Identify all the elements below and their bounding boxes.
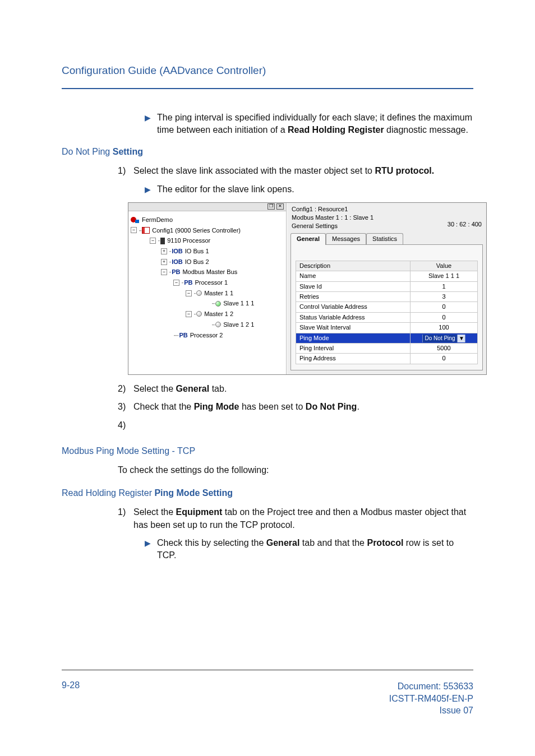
- tab-statistics[interactable]: Statistics: [366, 233, 403, 244]
- cell-value[interactable]: Slave 1 1 1: [411, 271, 478, 281]
- page-footer: 9-28 Document: 553633 ICSTT-RM405f-EN-P …: [62, 670, 473, 717]
- tree-master-1-2[interactable]: −··· Master 1 2: [131, 309, 284, 319]
- tree-iob2[interactable]: +··· IOBIO Bus 2: [131, 257, 284, 267]
- heading-do-not-ping: Do Not Ping Setting: [62, 146, 473, 158]
- collapse-icon[interactable]: −: [131, 227, 137, 233]
- step3-1-sub: ▶ Check this by selecting the General ta…: [145, 537, 473, 562]
- table-row[interactable]: NameSlave 1 1 1: [296, 271, 478, 281]
- heading-read-holding-register: Read Holding Register Ping Mode Setting: [62, 487, 473, 499]
- cell-description: Slave Wait Interval: [296, 323, 411, 333]
- node-icon: [215, 301, 221, 307]
- counter-label: 30 : 62 : 400: [448, 220, 482, 230]
- node-icon: [196, 290, 202, 296]
- cell-value[interactable]: 100: [411, 323, 478, 333]
- doc-number: Document: 553633: [389, 680, 473, 693]
- table-row[interactable]: Slave Wait Interval100: [296, 323, 478, 333]
- cell-description: Name: [296, 271, 411, 281]
- svg-rect-1: [135, 220, 139, 223]
- close-icon[interactable]: ✕: [276, 203, 284, 210]
- module-icon: [160, 238, 165, 244]
- cell-description: Ping Address: [296, 354, 411, 364]
- doc-code: ICSTT-RM405f-EN-P: [389, 693, 473, 705]
- cell-description: Retries: [296, 292, 411, 302]
- step-2: 2) Select the General tab.: [118, 383, 473, 395]
- expand-icon[interactable]: +: [161, 248, 167, 254]
- collapse-icon[interactable]: −: [150, 238, 156, 244]
- arrow-icon: ▶: [145, 113, 157, 137]
- tree-processor1[interactable]: −··· PBProcessor 1: [131, 277, 284, 288]
- embedded-screenshot: ❐ ✕ FermDemo −···· Conf: [128, 202, 487, 375]
- step-1: 1) Select the slave link associated with…: [118, 165, 473, 177]
- step-3: 3) Check that the Ping Mode has been set…: [118, 401, 473, 413]
- cell-description: Slave Id: [296, 281, 411, 291]
- heading-modbus-tcp: Modbus Ping Mode Setting - TCP: [62, 445, 473, 457]
- collapse-icon[interactable]: −: [173, 280, 179, 286]
- page-title: Configuration Guide (AADvance Controller…: [62, 64, 473, 77]
- tab-messages[interactable]: Messages: [326, 233, 366, 244]
- col-value: Value: [411, 261, 478, 271]
- col-description: Description: [296, 261, 411, 271]
- chevron-down-icon[interactable]: ▼: [457, 335, 465, 342]
- table-row[interactable]: Ping ModeDo Not Ping▼: [296, 333, 478, 343]
- cell-value[interactable]: 0: [411, 354, 478, 364]
- project-icon: [131, 215, 140, 224]
- cell-value[interactable]: 1: [411, 281, 478, 291]
- step-4: 4): [118, 419, 473, 432]
- tree-panel: ❐ ✕ FermDemo −···· Conf: [128, 203, 287, 374]
- tree-processor[interactable]: −··· 9110 Processor: [131, 235, 284, 246]
- step-1-sub: ▶ The editor for the slave link opens.: [145, 183, 473, 196]
- table-row[interactable]: Status Variable Address0: [296, 312, 478, 322]
- tree-master-1-1[interactable]: −··· Master 1 1: [131, 288, 284, 299]
- page-number: 9-28: [62, 680, 80, 717]
- cell-value[interactable]: 0: [411, 312, 478, 322]
- cell-description: Ping Mode: [296, 333, 411, 343]
- doc-issue: Issue 07: [389, 704, 473, 717]
- node-icon: [215, 322, 221, 327]
- ping-mode-dropdown[interactable]: Do Not Ping▼: [422, 335, 466, 342]
- cell-description: Status Variable Address: [296, 312, 411, 322]
- node-icon: [196, 311, 202, 317]
- expand-icon[interactable]: +: [161, 259, 167, 265]
- settings-table: Description Value NameSlave 1 1 1Slave I…: [296, 261, 478, 364]
- breadcrumb: Config1 : Resource1 Modbus Master 1 : 1 …: [292, 205, 373, 230]
- tree-project[interactable]: FermDemo: [131, 215, 284, 225]
- cell-value[interactable]: 5000: [411, 344, 478, 354]
- cell-value[interactable]: 0: [411, 302, 478, 312]
- cell-description: Ping Interval: [296, 344, 411, 354]
- table-row[interactable]: Retries3: [296, 292, 478, 302]
- cell-value[interactable]: 3: [411, 292, 478, 302]
- tree-iob1[interactable]: +··· IOBIO Bus 1: [131, 246, 284, 257]
- arrow-icon: ▶: [145, 538, 157, 562]
- table-row[interactable]: Ping Address0: [296, 354, 478, 364]
- tree-slave-1-2-1[interactable]: ····· Slave 1 2 1: [131, 319, 284, 330]
- arrow-icon: ▶: [145, 184, 157, 196]
- tab-general[interactable]: General: [290, 233, 326, 244]
- restore-icon[interactable]: ❐: [268, 203, 275, 210]
- collapse-icon[interactable]: −: [186, 311, 192, 317]
- tree-config[interactable]: −···· Config1 (9000 Series Controller): [131, 225, 284, 236]
- header-rule: [62, 88, 473, 89]
- window-controls: ❐ ✕: [128, 203, 286, 211]
- bullet-text: The ping interval is specified individua…: [157, 112, 473, 137]
- tree-modbus-master-bus[interactable]: −··· PBModbus Master Bus: [131, 267, 284, 277]
- table-row[interactable]: Control Variable Address0: [296, 302, 478, 312]
- collapse-icon[interactable]: −: [186, 290, 192, 296]
- bullet-ping-interval: ▶ The ping interval is specified individ…: [145, 112, 473, 137]
- cell-value[interactable]: Do Not Ping▼: [411, 333, 478, 343]
- step3-1: 1) Select the Equipment tab on the Proje…: [118, 506, 473, 531]
- table-row[interactable]: Ping Interval5000: [296, 344, 478, 354]
- cell-description: Control Variable Address: [296, 302, 411, 312]
- tree-processor2[interactable]: ········ PBProcessor 2: [131, 330, 284, 341]
- collapse-icon[interactable]: −: [161, 269, 167, 275]
- controller-icon: [142, 227, 150, 234]
- settings-panel: Config1 : Resource1 Modbus Master 1 : 1 …: [287, 203, 486, 374]
- tree-slave-1-1-1[interactable]: ····· Slave 1 1 1: [131, 298, 284, 309]
- table-row[interactable]: Slave Id1: [296, 281, 478, 291]
- section2-body: To check the settings do the following:: [118, 464, 473, 476]
- tab-bar: General Messages Statistics: [290, 233, 483, 244]
